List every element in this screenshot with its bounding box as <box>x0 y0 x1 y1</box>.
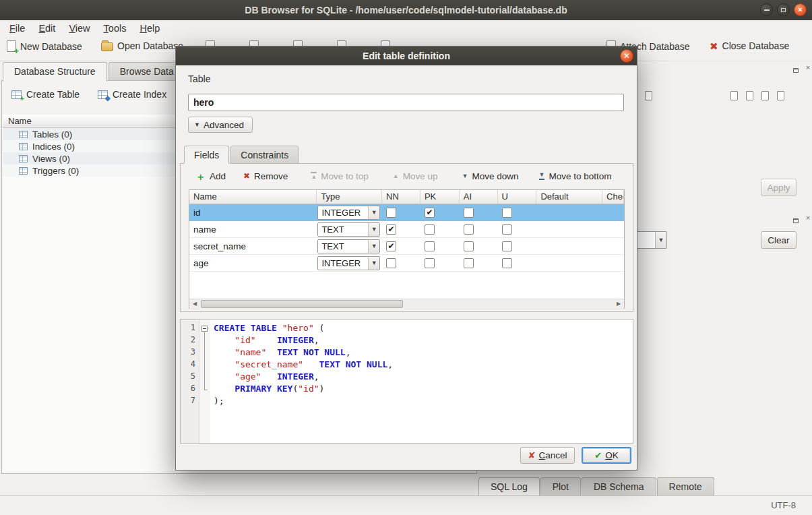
remove-icon: ✖ <box>243 172 250 180</box>
type-combobox[interactable]: TEXT ▼ <box>317 239 380 253</box>
sql-token <box>277 323 282 333</box>
field-row-id[interactable]: id INTEGER ▼ ✔ <box>189 204 624 221</box>
column-header-type[interactable]: Type <box>317 190 382 204</box>
ai-checkbox[interactable] <box>464 258 474 268</box>
u-checkbox[interactable] <box>502 208 512 218</box>
column-header-name[interactable]: Name <box>189 190 317 204</box>
ok-button[interactable]: ✔ OK <box>582 447 631 464</box>
add-field-button[interactable]: ＋ Add <box>191 169 230 183</box>
dialog-close-button[interactable]: ✕ <box>620 49 633 63</box>
u-checkbox[interactable] <box>502 224 512 235</box>
column-header-ai[interactable]: AI <box>460 190 498 204</box>
pk-checkbox[interactable] <box>425 258 435 268</box>
cell-editor-toolbar-icon[interactable] <box>773 88 788 103</box>
field-name-cell[interactable]: secret_name <box>189 238 317 255</box>
check-cell[interactable] <box>602 221 624 238</box>
nn-checkbox[interactable]: ✔ <box>386 241 396 251</box>
default-cell[interactable] <box>536 255 602 272</box>
dock-undock-button[interactable] <box>791 214 801 226</box>
tab-fields[interactable]: Fields <box>184 146 229 164</box>
pk-checkbox[interactable]: ✔ <box>425 208 435 218</box>
menu-tools[interactable]: Tools <box>97 22 133 35</box>
scroll-left-icon[interactable]: ◀ <box>189 299 200 309</box>
tab-sql-log[interactable]: SQL Log <box>478 477 540 495</box>
dock-close-button[interactable]: × <box>803 63 812 73</box>
default-cell[interactable] <box>536 204 602 221</box>
create-index-button[interactable]: ◆ Create Index <box>98 89 166 100</box>
dock-undock-button[interactable] <box>791 63 801 75</box>
menu-view[interactable]: View <box>62 22 96 35</box>
move-to-bottom-button[interactable]: ▼ Move to bottom <box>535 169 616 183</box>
horizontal-scrollbar[interactable]: ◀ ▶ <box>189 299 624 309</box>
close-database-button[interactable]: ✖ Close Database <box>710 40 789 51</box>
tab-db-schema[interactable]: DB Schema <box>582 477 656 495</box>
move-to-top-icon: ▲ <box>311 172 317 180</box>
column-header-u[interactable]: U <box>498 190 537 204</box>
cell-editor-toolbar-icon[interactable] <box>757 88 772 103</box>
create-table-button[interactable]: + Create Table <box>11 89 80 100</box>
scrollbar-thumb[interactable] <box>201 300 403 308</box>
tab-plot[interactable]: Plot <box>540 477 581 495</box>
cell-editor-toolbar-icon[interactable] <box>641 88 656 103</box>
nn-checkbox[interactable] <box>386 208 396 218</box>
check-cell[interactable] <box>602 238 624 255</box>
column-header-default[interactable]: Default <box>536 190 602 204</box>
table-name-input[interactable] <box>188 94 624 111</box>
ai-checkbox[interactable] <box>464 208 474 218</box>
minimize-button[interactable] <box>760 3 773 16</box>
close-window-button[interactable]: × <box>794 3 807 16</box>
cancel-button[interactable]: ✘ Cancel <box>520 447 575 464</box>
diamond-badge-icon: ◆ <box>105 94 111 102</box>
type-combobox[interactable]: INTEGER ▼ <box>317 256 380 270</box>
line-number: 3 <box>181 347 199 359</box>
default-cell[interactable] <box>536 238 602 255</box>
column-header-pk[interactable]: PK <box>420 190 460 204</box>
clear-button[interactable]: Clear <box>761 231 797 249</box>
tab-browse-data[interactable]: Browse Data <box>108 62 185 81</box>
apply-button[interactable]: Apply <box>761 179 797 196</box>
sql-code: CREATE TABLE "hero" ( "id" INTEGER, "nam… <box>210 320 633 443</box>
tab-database-structure[interactable]: Database Structure <box>3 62 107 82</box>
menu-file[interactable]: File <box>3 22 32 35</box>
field-row-secret-name[interactable]: secret_name TEXT ▼ ✔ <box>189 238 624 255</box>
advanced-toggle-button[interactable]: ▼ Advanced <box>188 117 253 133</box>
field-name-cell[interactable]: name <box>189 221 317 238</box>
sql-line: "secret_name" TEXT NOT NULL, <box>214 359 633 371</box>
dock-close-button[interactable]: × <box>803 214 812 223</box>
cell-editor-toolbar-icon[interactable] <box>742 88 757 103</box>
move-to-top-button[interactable]: ▲ Move to top <box>307 169 372 183</box>
tab-remote[interactable]: Remote <box>657 477 714 495</box>
tab-constraints[interactable]: Constraints <box>230 146 299 164</box>
field-row-name[interactable]: name TEXT ▼ ✔ <box>189 221 624 238</box>
pk-checkbox[interactable] <box>425 224 435 235</box>
u-checkbox[interactable] <box>502 241 512 251</box>
column-header-check[interactable]: Check <box>602 190 624 204</box>
ai-checkbox[interactable] <box>464 224 474 235</box>
type-combobox[interactable]: INTEGER ▼ <box>317 206 380 220</box>
dialog-titlebar[interactable]: Edit table definition <box>176 47 637 65</box>
type-combobox[interactable]: TEXT ▼ <box>317 222 380 237</box>
check-cell[interactable] <box>602 204 624 221</box>
fold-collapse-icon[interactable] <box>201 326 208 332</box>
move-up-button[interactable]: ▲ Move up <box>389 169 442 183</box>
field-name-cell[interactable]: id <box>189 204 317 221</box>
nn-checkbox[interactable] <box>386 258 396 268</box>
maximize-button[interactable] <box>777 3 790 16</box>
menu-edit[interactable]: Edit <box>32 22 62 35</box>
u-checkbox[interactable] <box>502 258 512 268</box>
remove-field-button[interactable]: ✖ Remove <box>239 169 292 183</box>
cell-editor-toolbar-icon[interactable] <box>726 88 741 103</box>
menu-help[interactable]: Help <box>133 22 166 35</box>
column-header-nn[interactable]: NN <box>382 190 420 204</box>
ai-checkbox[interactable] <box>464 241 474 251</box>
nn-checkbox[interactable]: ✔ <box>386 224 396 235</box>
scroll-right-icon[interactable]: ▶ <box>613 299 624 309</box>
field-row-age[interactable]: age INTEGER ▼ <box>189 255 624 272</box>
field-name-cell[interactable]: age <box>189 255 317 272</box>
check-cell[interactable] <box>602 255 624 272</box>
default-cell[interactable] <box>536 221 602 238</box>
move-down-button[interactable]: ▼ Move down <box>458 169 523 183</box>
open-database-button[interactable]: Open Database <box>101 40 183 51</box>
new-database-button[interactable]: New Database <box>7 40 82 52</box>
pk-checkbox[interactable] <box>425 241 435 251</box>
